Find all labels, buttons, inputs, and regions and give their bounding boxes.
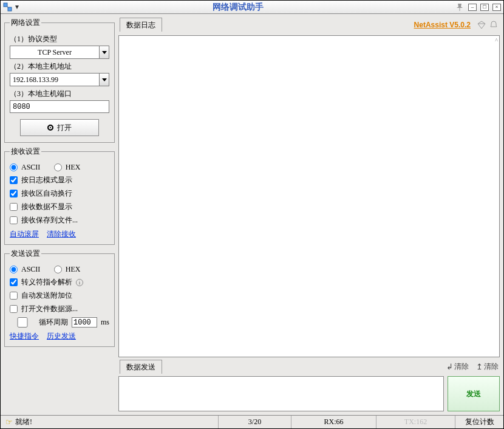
recv-ascii-radio[interactable] (10, 163, 18, 171)
chevron-down-icon[interactable] (99, 74, 109, 86)
status-bar: ☞ 就绪! 3/20 RX:66 TX:162 复位计数 (1, 415, 503, 428)
host-label: （2）本地主机地址 (10, 61, 109, 72)
diamond-icon[interactable] (477, 20, 486, 30)
recv-opt4-check[interactable] (10, 216, 18, 224)
reset-count-button[interactable]: 复位计数 (455, 416, 503, 428)
cycle-check[interactable] (10, 317, 35, 328)
clear-down-icon: ↲ (446, 362, 453, 372)
cycle-input[interactable] (72, 317, 97, 328)
maximize-button[interactable]: □ (480, 4, 489, 11)
pin-icon[interactable] (455, 2, 465, 12)
send-opt1-check[interactable] (10, 278, 18, 286)
receive-legend: 接收设置 (10, 146, 41, 157)
auto-scroll-link[interactable]: 自动滚屏 (10, 230, 39, 238)
quick-cmd-link[interactable]: 快捷指令 (10, 332, 39, 340)
log-textarea[interactable]: ^ (118, 35, 500, 357)
send-input[interactable] (118, 376, 444, 411)
port-input[interactable] (10, 100, 109, 113)
ready-icon: ☞ (5, 417, 13, 427)
send-opt3-check[interactable] (10, 305, 18, 313)
send-opt2-check[interactable] (10, 292, 18, 300)
network-settings-group: 网络设置 （1）协议类型 TCP Server （2）本地主机地址 192.16… (4, 18, 115, 143)
open-button[interactable]: 打开 (20, 119, 99, 136)
send-legend: 发送设置 (10, 249, 41, 259)
send-tab[interactable]: 数据发送 (120, 360, 162, 374)
send-ascii-radio[interactable] (10, 266, 18, 273)
log-tab[interactable]: 数据日志 (120, 18, 162, 32)
ready-text: 就绪! (15, 417, 32, 427)
recv-opt1-check[interactable] (10, 176, 18, 184)
send-button[interactable]: 发送 (448, 376, 500, 411)
status-dot-icon (47, 125, 53, 131)
version-link[interactable]: NetAssist V5.0.2 (414, 21, 471, 29)
menu-dropdown-icon[interactable]: ▾ (15, 2, 21, 12)
info-icon[interactable]: i (76, 279, 83, 286)
clear-up-icon: ↥ (476, 362, 483, 372)
protocol-label: （1）协议类型 (10, 34, 109, 44)
port-label: （3）本地主机端口 (10, 89, 109, 99)
clear-log-button[interactable]: ↥清除 (476, 362, 499, 372)
app-icon (3, 2, 13, 12)
network-legend: 网络设置 (10, 18, 41, 28)
send-settings-group: 发送设置 ASCII HEX 转义符指令解析i 自动发送附加位 打开文件数据源.… (4, 249, 115, 347)
clear-input-button[interactable]: ↲清除 (446, 362, 469, 372)
protocol-combo[interactable]: TCP Server (10, 46, 109, 59)
bell-icon[interactable] (489, 20, 499, 30)
minimize-button[interactable]: – (468, 4, 477, 11)
title-bar: ▾ 网络调试助手 – □ × (1, 1, 503, 14)
receive-settings-group: 接收设置 ASCII HEX 按日志模式显示 接收区自动换行 接收数据不显示 接… (4, 146, 115, 245)
history-send-link[interactable]: 历史发送 (47, 332, 76, 340)
status-count: 3/20 (218, 416, 291, 428)
close-button[interactable]: × (492, 4, 501, 11)
chevron-down-icon[interactable] (99, 46, 109, 58)
log-header: 数据日志 NetAssist V5.0.2 (118, 18, 500, 33)
recv-hex-radio[interactable] (54, 163, 62, 171)
recv-opt3-check[interactable] (10, 203, 18, 211)
host-combo[interactable]: 192.168.133.99 (10, 73, 109, 86)
scroll-up-icon[interactable]: ^ (495, 37, 498, 44)
status-rx: RX:66 (291, 416, 376, 428)
status-tx: TX:162 (376, 416, 455, 428)
clear-recv-link[interactable]: 清除接收 (47, 230, 76, 238)
svg-line-2 (7, 7, 9, 8)
svg-rect-0 (4, 3, 7, 7)
send-hex-radio[interactable] (54, 266, 62, 273)
recv-opt2-check[interactable] (10, 190, 18, 197)
window-title: 网络调试助手 (21, 2, 455, 13)
send-header: 数据发送 ↲清除 ↥清除 (118, 360, 500, 374)
